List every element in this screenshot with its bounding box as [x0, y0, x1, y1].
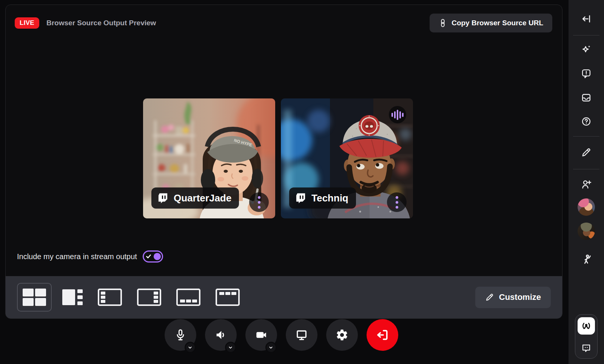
microphone-button[interactable]	[165, 319, 196, 351]
link-icon	[439, 19, 447, 27]
layout-option-large-left[interactable]	[62, 289, 83, 306]
camera-button[interactable]	[245, 319, 277, 351]
avatar-techniq[interactable]	[578, 223, 595, 240]
camera-toggle-row: Include my camera in stream output	[17, 250, 163, 263]
layout-large-left-icon	[62, 289, 83, 306]
layout-option-stack-left[interactable]	[98, 289, 122, 306]
chat-mode-button[interactable]	[581, 343, 592, 353]
guest-wave-icon[interactable]	[581, 254, 592, 265]
video-tile-techniq: Techniq	[281, 98, 413, 218]
twitch-glitch-icon	[157, 192, 169, 204]
nametag-techniq: Techniq	[289, 187, 356, 209]
microphone-icon	[174, 329, 187, 341]
sidebar-divider	[573, 136, 599, 137]
nametag-quarterjade: QuarterJade	[151, 187, 239, 209]
layout-stack-bottom-icon	[176, 289, 200, 306]
chat-alert-icon[interactable]	[581, 68, 592, 79]
leave-session-button[interactable]	[367, 319, 398, 351]
layout-bar: Customize	[6, 276, 562, 318]
participant-menu-button[interactable]	[387, 192, 407, 212]
copy-button-label: Copy Browser Source URL	[451, 19, 543, 27]
inbox-icon[interactable]	[581, 92, 592, 103]
video-tiles: NO HYPE QuarterJade	[143, 98, 413, 218]
customize-button[interactable]: Customize	[475, 287, 551, 308]
guest-star-camera-mode-button[interactable]	[578, 317, 595, 335]
twitch-glitch-icon	[295, 192, 307, 204]
right-sidebar	[569, 0, 604, 364]
layout-stack-right-icon	[137, 289, 161, 306]
layout-option-stack-right[interactable]	[137, 289, 161, 306]
screen-share-icon	[295, 329, 308, 341]
camera-options-button[interactable]	[265, 342, 277, 353]
speaker-icon	[214, 329, 227, 341]
settings-gear-icon	[336, 329, 348, 341]
help-icon[interactable]	[581, 116, 592, 127]
layout-option-stack-bottom[interactable]	[176, 289, 200, 306]
add-guest-icon[interactable]	[581, 179, 592, 190]
settings-button[interactable]	[326, 319, 358, 351]
include-camera-toggle[interactable]	[143, 250, 163, 263]
collapse-panel-icon[interactable]	[581, 14, 592, 24]
layout-stack-top-icon	[216, 289, 240, 306]
edit-pencil-icon[interactable]	[581, 147, 592, 158]
participant-name: QuarterJade	[174, 192, 231, 204]
mode-switcher	[575, 314, 598, 359]
pencil-icon	[485, 293, 494, 302]
chevron-down-icon	[228, 345, 233, 350]
toggle-knob	[154, 253, 161, 260]
speaker-button[interactable]	[205, 319, 237, 351]
layout-option-stack-top[interactable]	[216, 289, 240, 306]
participant-menu-button[interactable]	[249, 192, 269, 212]
layout-stack-left-icon	[98, 289, 122, 306]
copy-browser-source-url-button[interactable]: Copy Browser Source URL	[430, 14, 552, 32]
video-camera-icon	[255, 329, 268, 341]
video-tile-quarterjade: NO HYPE QuarterJade	[143, 98, 275, 218]
chat-bubble-glitch-icon	[581, 343, 592, 353]
speaker-options-button[interactable]	[225, 342, 236, 353]
layout-grid-icon	[23, 289, 46, 306]
chevron-down-icon	[268, 345, 273, 350]
avatar-quarterjade[interactable]	[578, 198, 595, 216]
participant-name: Techniq	[311, 192, 348, 204]
preview-header: LIVE Browser Source Output Preview Copy …	[15, 13, 552, 33]
sidebar-divider	[573, 35, 599, 35]
leave-session-icon	[376, 329, 389, 341]
customize-label: Customize	[499, 292, 541, 302]
call-controls	[0, 319, 562, 351]
screen-share-button[interactable]	[286, 319, 317, 351]
microphone-options-button[interactable]	[185, 342, 196, 353]
sparkles-icon[interactable]	[581, 44, 592, 55]
page-title: Browser Source Output Preview	[46, 19, 156, 27]
guest-star-camera-icon	[581, 320, 592, 332]
live-badge: LIVE	[15, 17, 39, 29]
check-icon	[146, 255, 151, 259]
chevron-down-icon	[188, 345, 193, 350]
audio-waveform-indicator	[389, 106, 406, 123]
browser-source-preview-panel: LIVE Browser Source Output Preview Copy …	[5, 5, 562, 319]
sidebar-divider	[573, 169, 599, 169]
camera-toggle-label: Include my camera in stream output	[17, 252, 137, 261]
layout-option-grid[interactable]	[17, 283, 52, 312]
